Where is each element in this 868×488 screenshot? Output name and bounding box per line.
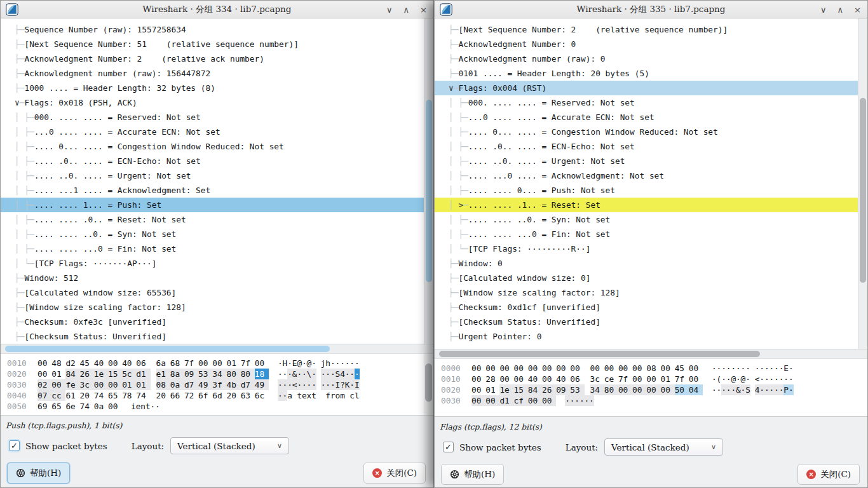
hex-ascii-char[interactable]: @ [297, 358, 302, 369]
close-window-icon[interactable]: × [854, 6, 861, 14]
tree-row[interactable]: │ ├─.... ...0 .... = Acknowledgment: Not… [435, 168, 858, 183]
hex-ascii-char[interactable]: · [741, 363, 746, 374]
hex-ascii-char[interactable]: · [726, 363, 731, 374]
hex-ascii-char[interactable]: · [302, 379, 307, 390]
hex-byte[interactable]: 20 [80, 390, 94, 401]
hex-ascii-char[interactable]: a [287, 390, 292, 401]
show-packet-bytes-checkbox[interactable]: ✓ [9, 440, 20, 451]
hex-ascii-char[interactable]: · [770, 374, 775, 384]
hex-byte[interactable]: 8a [170, 369, 184, 379]
layout-select[interactable]: Vertical (Stacked) ∨ [170, 437, 289, 454]
tree-row[interactable]: │ ├─000. .... .... = Reserved: Not set [1, 110, 424, 125]
hex-ascii-char[interactable]: · [311, 379, 316, 390]
tree-row[interactable]: ├─1000 .... = Header Length: 32 bytes (8… [1, 81, 424, 95]
hex-byte[interactable]: 00 [556, 363, 570, 374]
hex-byte[interactable]: 01 [485, 384, 499, 395]
hex-ascii-char[interactable]: · [287, 369, 292, 379]
hex-byte[interactable]: 00 [471, 363, 485, 374]
hex-byte[interactable]: 07 [37, 390, 51, 401]
tree-vertical-scrollbar[interactable] [424, 18, 433, 344]
hex-ascii-char[interactable]: · [741, 384, 746, 395]
hex-ascii-char[interactable]: · [349, 358, 355, 369]
tree-row[interactable]: │ ├─.... ..0. .... = Urgent: Not set [1, 168, 424, 183]
scrollbar-thumb[interactable] [439, 351, 760, 357]
hex-ascii-char[interactable]: · [345, 358, 350, 369]
hex-ascii-char[interactable]: · [311, 369, 316, 379]
hex-ascii-char[interactable]: · [779, 363, 784, 374]
hex-byte[interactable]: 74 [136, 390, 150, 401]
hex-byte[interactable]: 01 [122, 379, 136, 390]
tree-row[interactable]: │ >─.... .... .1.. = Reset: Set [435, 198, 858, 212]
hex-byte[interactable]: 72 [184, 390, 198, 401]
hex-row[interactable]: 004007cc6120746578742066726f6d20636c··a … [7, 390, 424, 401]
tree-row[interactable]: │ ├─.... .... 1... = Push: Set [1, 198, 424, 212]
hex-byte[interactable]: 40 [528, 374, 542, 384]
hex-ascii-char[interactable]: · [283, 379, 288, 390]
hex-ascii-char[interactable]: · [155, 401, 160, 412]
hex-ascii-char[interactable]: & [292, 369, 297, 379]
hex-ascii-char[interactable] [321, 390, 326, 401]
hex-byte[interactable]: 00 [632, 374, 646, 384]
hex-byte[interactable]: 1e [499, 384, 513, 395]
hex-ascii-char[interactable]: 4 [755, 384, 760, 395]
hex-ascii-char[interactable]: · [774, 374, 779, 384]
hex-ascii-char[interactable]: · [349, 379, 355, 390]
hex-ascii-char[interactable]: x [307, 390, 312, 401]
hex-ascii-char[interactable]: · [731, 384, 736, 395]
hex-ascii-char[interactable]: · [283, 369, 288, 379]
scrollbar-thumb[interactable] [860, 98, 866, 283]
hex-byte[interactable]: 08 [646, 363, 660, 374]
hex-ascii-char[interactable]: @ [731, 374, 736, 384]
hex-byte[interactable]: 00 [689, 363, 703, 374]
hex-ascii-char[interactable]: · [574, 395, 580, 406]
tree-row[interactable]: │ ├─.... .0.. .... = ECN-Echo: Not set [435, 139, 858, 154]
hex-byte[interactable]: 80 [226, 369, 240, 379]
hex-ascii-char[interactable]: · [779, 374, 784, 384]
tree-row[interactable]: │ ├─000. .... .... = Reserved: Not set [435, 95, 858, 110]
hex-ascii-char[interactable]: t [297, 390, 302, 401]
hex-ascii-char[interactable]: · [783, 374, 789, 384]
hex-byte[interactable]: 00 [471, 374, 485, 384]
hex-byte[interactable]: 00 [37, 369, 51, 379]
tree-row[interactable]: ├─Acknowledgment number (raw): 0 [435, 51, 858, 66]
tree-row[interactable]: ∨─Flags: 0x018 (PSH, ACK) [1, 95, 424, 110]
hex-ascii-char[interactable]: · [287, 379, 292, 390]
hex-ascii-char[interactable]: · [325, 379, 330, 390]
hex-ascii-char[interactable]: · [770, 363, 775, 374]
tree-row[interactable]: │ ├─...0 .... .... = Accurate ECN: Not s… [1, 125, 424, 139]
hex-byte[interactable]: 01 [660, 374, 674, 384]
hex-ascii-char[interactable]: · [321, 369, 326, 379]
hex-byte[interactable]: 00 [618, 363, 632, 374]
hex-ascii-char[interactable]: · [774, 384, 779, 395]
maximize-icon[interactable]: ∧ [837, 6, 844, 14]
hex-ascii-char[interactable]: · [345, 369, 350, 379]
hex-byte[interactable]: 00 [37, 358, 51, 369]
hex-byte[interactable]: 40 [94, 358, 108, 369]
hex-byte[interactable]: 53 [198, 369, 212, 379]
hex-ascii-char[interactable] [292, 390, 297, 401]
hex-byte[interactable]: 00 [570, 363, 584, 374]
tree-row[interactable]: ├─Acknowledgment Number: 2 (relative ack… [1, 51, 424, 66]
hex-byte[interactable]: d7 [241, 379, 255, 390]
hex-ascii-char[interactable]: · [307, 379, 312, 390]
hex-byte[interactable]: 00 [528, 395, 542, 406]
hex-byte[interactable]: e1 [156, 369, 170, 379]
hex-ascii-char[interactable]: I [336, 379, 341, 390]
hex-ascii-char[interactable]: · [330, 379, 336, 390]
hex-byte[interactable]: 1e [94, 369, 108, 379]
hex-byte[interactable]: 00 [255, 358, 269, 369]
hex-ascii-char[interactable]: @ [741, 374, 746, 384]
titlebar[interactable]: Wireshark · 分组 335 · lib7.pcapng ∨ ∧ × [435, 1, 867, 18]
hex-ascii-char[interactable]: P [783, 384, 789, 395]
hex-byte[interactable]: 00 [108, 401, 122, 412]
hex-byte[interactable]: 00 [632, 384, 646, 395]
hex-ascii-char[interactable]: · [726, 374, 731, 384]
hex-ascii-char[interactable]: · [151, 401, 156, 412]
hex-byte[interactable]: 7f [675, 374, 689, 384]
hex-ascii-char[interactable]: I [355, 379, 360, 390]
hex-ascii-char[interactable]: · [355, 369, 360, 379]
tree-horizontal-scrollbar[interactable] [1, 344, 433, 354]
hex-byte[interactable]: 6e [65, 401, 79, 412]
hex-ascii-char[interactable] [345, 390, 350, 401]
hex-byte[interactable]: 7f [241, 358, 255, 369]
